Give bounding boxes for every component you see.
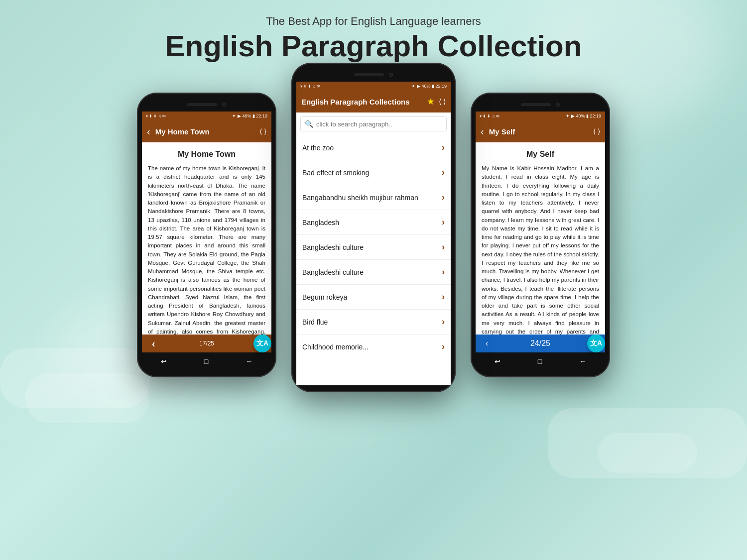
right-page-count: 24/25 xyxy=(530,339,550,348)
center-search-bar[interactable]: 🔍 xyxy=(300,116,447,131)
list-item[interactable]: Bird flue › xyxy=(296,310,451,335)
left-article-content: My Home Town The name of my home town is… xyxy=(142,142,271,335)
list-item[interactable]: Begum rokeya › xyxy=(296,285,451,310)
right-phone-top xyxy=(476,100,605,110)
center-status-right: ✦ ▶ 40% ▮ 22:19 xyxy=(411,84,447,89)
left-status-icons: ▾ ⬇ ⬇ ♫ ✉ xyxy=(146,114,166,118)
right-status-right: ✦ ▶ 40% ▮ 22:19 xyxy=(566,113,601,118)
center-phone-screen: ▾ ⬇ ⬇ ♫ ✉ ✦ ▶ 40% ▮ 22:19 English Paragr… xyxy=(296,82,451,385)
list-item[interactable]: Bangladeshi culture › xyxy=(296,260,451,285)
right-speaker xyxy=(521,103,551,106)
left-phone: ▾ ⬇ ⬇ ♫ ✉ ✦ ▶ 40% ▮ 22:19 ‹ My Home Town… xyxy=(137,93,276,377)
left-status-bar: ▾ ⬇ ⬇ ♫ ✉ ✦ ▶ 40% ▮ 22:19 xyxy=(142,112,271,120)
left-back-button[interactable]: ‹ xyxy=(147,126,150,137)
right-nav-home[interactable]: □ xyxy=(538,357,542,365)
right-status-icons: ▾ ⬇ ⬇ ♫ ✉ xyxy=(480,114,499,118)
center-speaker xyxy=(354,73,384,76)
right-article-content: My Self My Name is Kabir Hossain Madbor.… xyxy=(476,142,605,335)
left-android-nav: ↩ □ ← xyxy=(142,352,271,370)
center-star-button[interactable]: ★ xyxy=(427,96,435,107)
left-phone-top xyxy=(142,100,271,110)
left-prev-button[interactable]: ‹ xyxy=(152,338,155,349)
left-app-header: ‹ My Home Town ⟨ ⟩ xyxy=(142,120,271,142)
center-status-bar: ▾ ⬇ ⬇ ♫ ✉ ✦ ▶ 40% ▮ 22:19 xyxy=(296,82,451,91)
right-translate-fab[interactable]: 文A xyxy=(587,335,605,352)
search-icon: 🔍 xyxy=(305,120,313,128)
list-item[interactable]: Bangladeshi culture › xyxy=(296,235,451,260)
right-phone-wrapper: ▾ ⬇ ⬇ ♫ ✉ ✦ ▶ 40% ▮ 22:19 ‹ My Self ⟨ ⟩ … xyxy=(471,93,610,377)
list-item[interactable]: Childhood memorie... › xyxy=(296,335,451,359)
left-phone-screen: ▾ ⬇ ⬇ ♫ ✉ ✦ ▶ 40% ▮ 22:19 ‹ My Home Town… xyxy=(142,112,271,370)
center-list: At the zoo › Bad effect of smoking › Ban… xyxy=(296,135,451,385)
right-article-heading: My Self xyxy=(482,148,599,160)
header-title: English Paragraph Collection xyxy=(0,30,747,63)
header-section: The Best App for English Language learne… xyxy=(0,0,747,73)
right-android-nav: ↩ □ ← xyxy=(476,352,605,370)
center-app-header: English Paragraph Collections ★ ⟨ ⟩ xyxy=(296,91,451,112)
left-speaker xyxy=(187,103,217,106)
left-nav-home[interactable]: □ xyxy=(204,357,208,365)
right-phone-screen: ▾ ⬇ ⬇ ♫ ✉ ✦ ▶ 40% ▮ 22:19 ‹ My Self ⟨ ⟩ … xyxy=(476,112,605,370)
center-header-title: English Paragraph Collections xyxy=(301,98,427,106)
right-bottom-bar: ‹ 24/25 › xyxy=(476,335,605,352)
left-translate-fab[interactable]: 文A xyxy=(253,335,271,352)
list-item[interactable]: Bangladesh › xyxy=(296,210,451,235)
left-camera xyxy=(222,103,226,107)
left-article-body: The name of my home town is Kishoreganj.… xyxy=(148,164,265,335)
center-camera xyxy=(389,73,393,77)
left-header-title: My Home Town xyxy=(155,127,259,136)
search-input[interactable] xyxy=(316,120,442,128)
left-article-heading: My Home Town xyxy=(148,148,265,160)
list-item[interactable]: Bad effect of smoking › xyxy=(296,160,451,185)
right-nav-recent[interactable]: ← xyxy=(579,357,586,365)
left-nav-back[interactable]: ↩ xyxy=(161,357,167,365)
right-phone: ▾ ⬇ ⬇ ♫ ✉ ✦ ▶ 40% ▮ 22:19 ‹ My Self ⟨ ⟩ … xyxy=(471,93,610,377)
left-status-right: ✦ ▶ 40% ▮ 22:19 xyxy=(232,113,267,118)
left-bottom-bar: ‹ 17/25 › xyxy=(142,335,271,352)
right-status-bar: ▾ ⬇ ⬇ ♫ ✉ ✦ ▶ 40% ▮ 22:19 xyxy=(476,112,605,120)
list-item[interactable]: Bangabandhu sheikh mujibur rahman › xyxy=(296,185,451,210)
right-share-button[interactable]: ⟨ ⟩ xyxy=(593,127,600,135)
left-phone-wrapper: ▾ ⬇ ⬇ ♫ ✉ ✦ ▶ 40% ▮ 22:19 ‹ My Home Town… xyxy=(137,93,276,377)
right-nav-back[interactable]: ↩ xyxy=(495,357,500,365)
left-page-count: 17/25 xyxy=(199,340,214,347)
center-status-icons: ▾ ⬇ ⬇ ♫ ✉ xyxy=(300,84,320,89)
center-share-button[interactable]: ⟨ ⟩ xyxy=(439,98,446,106)
center-phone: ▾ ⬇ ⬇ ♫ ✉ ✦ ▶ 40% ▮ 22:19 English Paragr… xyxy=(291,63,456,392)
phones-container: ▾ ⬇ ⬇ ♫ ✉ ✦ ▶ 40% ▮ 22:19 ‹ My Home Town… xyxy=(0,73,747,392)
right-article-body: My Name is Kabir Hossain Madbor. I am a … xyxy=(482,164,599,335)
left-share-button[interactable]: ⟨ ⟩ xyxy=(259,127,266,135)
right-prev-button[interactable]: ‹ xyxy=(486,339,488,348)
header-subtitle: The Best App for English Language learne… xyxy=(0,15,747,28)
right-camera xyxy=(556,103,560,107)
right-app-header: ‹ My Self ⟨ ⟩ xyxy=(476,120,605,142)
center-phone-wrapper: ▾ ⬇ ⬇ ♫ ✉ ✦ ▶ 40% ▮ 22:19 English Paragr… xyxy=(291,63,456,392)
list-item[interactable]: At the zoo › xyxy=(296,135,451,160)
center-phone-top xyxy=(296,70,451,80)
left-nav-recent[interactable]: ← xyxy=(246,357,252,365)
right-header-title: My Self xyxy=(489,127,593,136)
right-back-button[interactable]: ‹ xyxy=(481,126,484,137)
